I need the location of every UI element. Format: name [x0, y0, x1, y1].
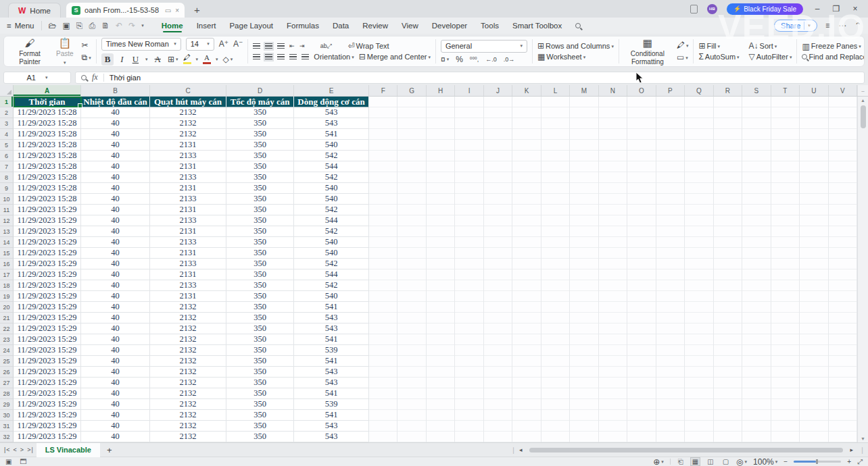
align-right-icon[interactable] [277, 54, 285, 60]
cell[interactable]: 543 [294, 367, 369, 378]
cell[interactable]: 40 [81, 140, 150, 151]
column-header-M[interactable]: M [570, 85, 598, 96]
cell[interactable]: 2131 [150, 291, 226, 302]
cell[interactable]: 350 [226, 367, 294, 378]
cell[interactable]: 2133 [150, 172, 226, 183]
distribute-icon[interactable] [302, 54, 309, 60]
cell[interactable]: 2132 [150, 399, 226, 410]
macro-status-icon[interactable]: ▣ [5, 458, 11, 465]
cell[interactable]: 11/29/2023 15:29 [14, 259, 81, 269]
cell[interactable]: 350 [226, 269, 294, 280]
column-header-L[interactable]: L [541, 85, 570, 96]
cell[interactable]: 2132 [150, 107, 226, 118]
cell[interactable]: 40 [81, 388, 150, 399]
cell[interactable]: 11/29/2023 15:28 [14, 118, 81, 129]
save-icon[interactable]: ▣ [63, 21, 70, 30]
column-header-E[interactable]: E [294, 85, 369, 96]
bold-button[interactable]: B [101, 53, 114, 66]
avatar[interactable]: HB [707, 4, 717, 14]
row-number-3[interactable]: 3 [0, 118, 14, 129]
scroll-right-icon[interactable]: ▸ [850, 446, 854, 453]
export-icon[interactable]: ⎘ [76, 21, 83, 30]
cell[interactable]: 543 [294, 118, 369, 129]
cell[interactable]: 11/29/2023 15:29 [14, 334, 81, 345]
cell[interactable]: 11/29/2023 15:29 [14, 248, 81, 259]
row-number-28[interactable]: 28 [0, 388, 14, 399]
row-number-27[interactable]: 27 [0, 378, 14, 388]
menu-tab-view[interactable]: View [395, 19, 425, 32]
cell[interactable]: 11/29/2023 15:29 [14, 280, 81, 291]
cell[interactable]: 540 [294, 248, 369, 259]
increase-font-icon[interactable]: A⁺ [219, 40, 228, 48]
cell[interactable]: 2132 [150, 323, 226, 334]
cell[interactable]: 40 [81, 313, 150, 323]
row-number-11[interactable]: 11 [0, 205, 14, 215]
home-tab[interactable]: W Home [8, 3, 61, 18]
cell[interactable]: 2133 [150, 280, 226, 291]
header-cell[interactable]: Tốc độ máy cán [226, 97, 294, 107]
cell[interactable]: 542 [294, 151, 369, 161]
cell[interactable]: 11/29/2023 15:29 [14, 291, 81, 302]
header-cell[interactable]: Quạt hút máy cán [150, 97, 226, 107]
column-header-J[interactable]: J [484, 85, 512, 96]
cell[interactable]: 350 [226, 410, 294, 421]
decrease-font-icon[interactable]: A⁻ [233, 40, 243, 48]
column-header-V[interactable]: V [829, 85, 857, 96]
row-number-17[interactable]: 17 [0, 269, 14, 280]
add-sheet-button[interactable]: + [107, 445, 112, 455]
more-options-icon[interactable]: ⋯ [838, 21, 846, 30]
table-style-icon[interactable]: 🖍▾ [677, 41, 689, 49]
strikethrough-button[interactable]: A [153, 53, 163, 66]
column-header-B[interactable]: B [81, 85, 150, 96]
cell[interactable]: 40 [81, 172, 150, 183]
cell[interactable]: 40 [81, 367, 150, 378]
cell[interactable]: 543 [294, 432, 369, 442]
cell[interactable]: 2132 [150, 313, 226, 323]
cell[interactable]: 350 [226, 432, 294, 442]
side-pane-icon[interactable]: ⎗ [677, 458, 685, 466]
cell[interactable]: 11/29/2023 15:29 [14, 378, 81, 388]
cell[interactable]: 350 [226, 129, 294, 140]
cell[interactable]: 2131 [150, 183, 226, 194]
column-header-T[interactable]: T [771, 85, 800, 96]
zoom-slider[interactable] [794, 461, 841, 463]
cell[interactable]: 11/29/2023 15:29 [14, 356, 81, 367]
cell[interactable]: 40 [81, 205, 150, 215]
cell[interactable]: 350 [226, 194, 294, 205]
cell[interactable]: 11/29/2023 15:28 [14, 129, 81, 140]
cell[interactable]: 40 [81, 356, 150, 367]
row-number-26[interactable]: 26 [0, 367, 14, 378]
close-button[interactable]: × [850, 4, 860, 14]
cell[interactable]: 11/29/2023 15:28 [14, 194, 81, 205]
redo-icon[interactable]: ↷ [128, 21, 135, 30]
row-number-9[interactable]: 9 [0, 183, 14, 194]
row-number-2[interactable]: 2 [0, 107, 14, 118]
cell[interactable]: 11/29/2023 15:29 [14, 269, 81, 280]
column-header-I[interactable]: I [455, 85, 483, 96]
column-header-O[interactable]: O [627, 85, 656, 96]
cell[interactable]: 11/29/2023 15:29 [14, 226, 81, 237]
cell[interactable]: 541 [294, 302, 369, 313]
cell[interactable]: 541 [294, 388, 369, 399]
scroll-left-icon[interactable]: ◂ [519, 446, 523, 453]
font-name-select[interactable]: Times New Roman▾ [101, 38, 181, 51]
search-icon[interactable] [575, 23, 581, 28]
row-number-24[interactable]: 24 [0, 345, 14, 356]
zoom-level[interactable]: 100%▾ [753, 458, 777, 466]
vertical-scrollbar[interactable]: ▲ ▼ [857, 97, 868, 442]
cell[interactable]: 11/29/2023 15:28 [14, 183, 81, 194]
cell[interactable]: 544 [294, 269, 369, 280]
column-header-H[interactable]: H [427, 85, 455, 96]
cell[interactable]: 350 [226, 388, 294, 399]
reading-mode-icon[interactable]: ◎▾ [736, 458, 747, 466]
task-list-icon[interactable]: ≡ [825, 21, 830, 30]
cell[interactable]: 350 [226, 172, 294, 183]
cell[interactable]: 350 [226, 280, 294, 291]
cell[interactable]: 11/29/2023 15:29 [14, 313, 81, 323]
cell[interactable]: 2132 [150, 118, 226, 129]
cell[interactable]: 540 [294, 140, 369, 151]
cell[interactable]: 540 [294, 291, 369, 302]
cell[interactable]: 543 [294, 421, 369, 432]
column-header-U[interactable]: U [800, 85, 828, 96]
cell[interactable]: 40 [81, 129, 150, 140]
